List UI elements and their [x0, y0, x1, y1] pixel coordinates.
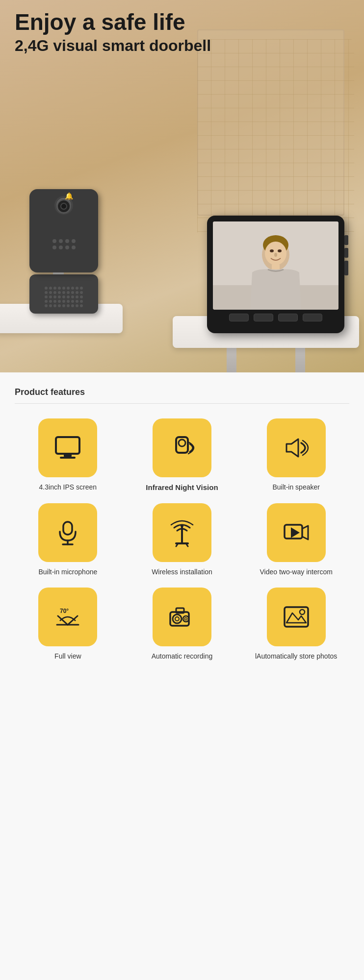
monitor-body	[207, 216, 344, 333]
feature-wireless: Wireless installation	[129, 503, 235, 576]
feature-video-intercom: Video two-way intercom	[243, 503, 349, 576]
camera-lens	[56, 199, 71, 214]
feature-microphone: Built-in microphone	[15, 503, 121, 576]
video-icon	[282, 518, 311, 547]
feature-icon-infrared	[153, 418, 211, 477]
doorbell-dot-grid	[52, 239, 76, 249]
feature-label-microphone: Built-in microphone	[38, 568, 97, 576]
feature-speaker: Built-in speaker	[243, 418, 349, 491]
svg-point-13	[179, 440, 185, 446]
hero-title-block: Enjoy a safe life 2,4G visual smart door…	[15, 10, 211, 55]
hero-title-line1: Enjoy a safe life	[15, 10, 211, 35]
person-image	[213, 221, 338, 310]
doorbell-camera-unit	[29, 189, 98, 272]
feature-label-wireless: Wireless installation	[152, 568, 212, 576]
feature-auto-photos: lAutomatically store photos	[243, 588, 349, 660]
svg-point-26	[173, 614, 182, 623]
monitor-btn-3[interactable]	[278, 314, 298, 321]
feature-auto-recording: Automatic recording	[129, 588, 235, 660]
infrared-icon	[167, 433, 197, 463]
feature-icon-full-view: 70°	[38, 588, 97, 646]
feature-icon-speaker	[267, 418, 326, 477]
feature-icon-video-intercom	[267, 503, 326, 562]
bell-icon: 🔔	[65, 192, 73, 200]
features-grid: 4.3inch IPS screen Infrared Night Vision	[15, 418, 349, 660]
feature-full-view: 70° Full view	[15, 588, 121, 660]
photos-icon	[282, 602, 311, 632]
monitor-screen	[213, 221, 338, 310]
svg-point-28	[183, 616, 189, 622]
feature-ips-screen: 4.3inch IPS screen	[15, 418, 121, 491]
monitor-btn-2[interactable]	[254, 314, 273, 321]
svg-point-7	[274, 253, 277, 257]
feature-label-ips-screen: 4.3inch IPS screen	[39, 483, 97, 491]
svg-point-6	[278, 249, 282, 252]
svg-rect-9	[56, 437, 79, 454]
recording-icon	[167, 602, 197, 632]
feature-label-auto-recording: Automatic recording	[152, 652, 213, 660]
svg-point-29	[184, 618, 187, 620]
features-section: Product features 4.3inch IPS screen	[0, 372, 364, 980]
hero-section: Enjoy a safe life 2,4G visual smart door…	[0, 0, 364, 372]
svg-rect-10	[64, 454, 72, 457]
svg-rect-11	[60, 457, 76, 459]
monitor-btn-1[interactable]	[229, 314, 249, 321]
feature-label-video-intercom: Video two-way intercom	[260, 568, 332, 576]
svg-rect-14	[63, 522, 72, 535]
monitor-btn-4[interactable]	[303, 314, 322, 321]
feature-icon-auto-recording	[153, 588, 211, 646]
svg-point-27	[175, 617, 179, 621]
grid-decoration	[197, 39, 354, 235]
monitor-device	[207, 216, 354, 333]
svg-text:70°: 70°	[60, 608, 69, 614]
fullview-icon: 70°	[53, 602, 82, 632]
monitor-controls	[213, 314, 338, 321]
svg-point-32	[300, 610, 305, 614]
wireless-icon	[167, 518, 197, 547]
features-divider	[15, 403, 349, 404]
monitor-icon	[53, 433, 82, 463]
feature-icon-microphone	[38, 503, 97, 562]
doorbell-device: 🔔	[29, 189, 108, 314]
camera-lens-inner	[60, 203, 67, 210]
feature-icon-auto-photos	[267, 588, 326, 646]
feature-infrared: Infrared Night Vision	[129, 418, 235, 491]
side-buttons	[344, 235, 348, 275]
feature-icon-wireless	[153, 503, 211, 562]
feature-label-speaker: Built-in speaker	[272, 483, 320, 491]
doorbell-speaker-unit: 🔔	[29, 274, 98, 314]
svg-point-5	[270, 249, 274, 252]
feature-label-auto-photos: lAutomatically store photos	[255, 652, 337, 660]
hero-title-line2: 2,4G visual smart doorbell	[15, 37, 211, 55]
speaker-holes	[45, 287, 83, 307]
microphone-icon	[53, 518, 82, 547]
svg-rect-30	[176, 608, 184, 613]
svg-marker-20	[291, 528, 299, 537]
features-title: Product features	[15, 387, 349, 397]
speaker-icon	[282, 433, 311, 463]
feature-label-full-view: Full view	[54, 652, 81, 660]
feature-label-infrared: Infrared Night Vision	[146, 483, 218, 491]
feature-icon-ips-screen	[38, 418, 97, 477]
svg-point-18	[181, 524, 183, 527]
